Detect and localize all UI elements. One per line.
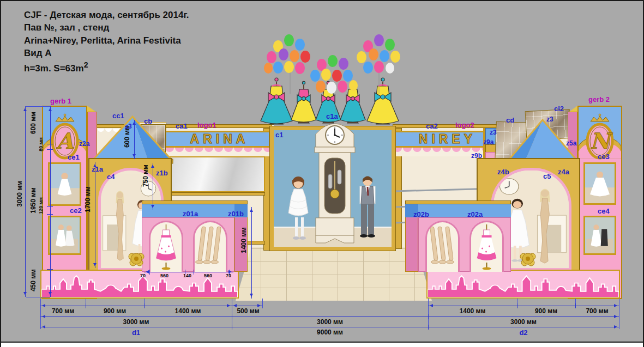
label-c5: c5 bbox=[543, 172, 551, 180]
label-ci2: ci2 bbox=[554, 105, 564, 113]
dim-line-mirror bbox=[153, 163, 153, 210]
label-ce2: ce2 bbox=[70, 206, 82, 215]
dim-3000-left: 3000 мм bbox=[40, 318, 232, 326]
dim-small-2: 560 bbox=[160, 273, 168, 278]
title-line-view: Вид А bbox=[24, 47, 189, 59]
label-c1a: c1a bbox=[326, 112, 338, 120]
dim-line-unit-small bbox=[144, 272, 233, 272]
dim-3000-right: 3000 мм bbox=[428, 318, 619, 326]
ce4-photo bbox=[583, 216, 616, 255]
z01-arch-legs bbox=[193, 221, 227, 272]
ce3-photo bbox=[583, 162, 616, 205]
dim-left-total: 3000 мм bbox=[16, 181, 23, 207]
z02-arch-dress bbox=[470, 221, 504, 272]
dim-center-height: 1400 мм bbox=[240, 227, 248, 253]
label-gerb2: gerb 2 bbox=[588, 95, 610, 104]
mini-dress-display bbox=[151, 222, 182, 270]
label-c4: c4 bbox=[107, 173, 115, 181]
arina-sign-text: ARINA bbox=[186, 132, 249, 147]
right-monogram-letter: N bbox=[590, 128, 613, 154]
dim-1400-right: 1400 мм bbox=[428, 307, 517, 315]
dim-d1-label: d1 bbox=[40, 328, 232, 337]
left-pyramid-roof bbox=[88, 113, 176, 165]
label-z3-mid: z3 bbox=[490, 129, 497, 136]
dim-line-pyramid bbox=[134, 120, 135, 159]
nirey-sign-text: NIREY bbox=[415, 132, 476, 147]
dim-3000-center: 3000 мм bbox=[232, 318, 428, 326]
label-logo1: logo1 bbox=[197, 121, 216, 129]
gold-rose-left bbox=[125, 247, 147, 270]
mini-dress-display-2 bbox=[471, 222, 502, 270]
label-z01a: z01a bbox=[183, 210, 198, 218]
title-line-brands: Arina+Nirey, Perlitta, Arina Festivita bbox=[24, 34, 189, 47]
label-ce1: ce1 bbox=[68, 153, 80, 161]
dim-recess: 500 мм bbox=[232, 307, 264, 315]
dim-9000-total: 9000 мм bbox=[232, 328, 428, 336]
dim-left-gap-mid: 120 мм bbox=[38, 197, 44, 214]
dim-row1-right bbox=[428, 306, 619, 306]
ce1-photo bbox=[48, 162, 81, 206]
dim-left-gap-top: 80 мм bbox=[38, 137, 44, 151]
label-z3-right: z3 bbox=[546, 115, 553, 123]
dim-small-4: 560 bbox=[204, 273, 212, 278]
dim-recess-line bbox=[232, 306, 262, 306]
label-z02b: z02b bbox=[413, 210, 429, 218]
mannequin-legs-display-2 bbox=[427, 222, 458, 270]
dim-left-base: 450 мм bbox=[29, 269, 37, 291]
z01-gold-cap bbox=[142, 200, 248, 204]
label-logo2: logo2 bbox=[455, 121, 474, 129]
z02-blue-band bbox=[418, 204, 511, 218]
dim-line-center-height bbox=[251, 207, 252, 299]
label-c1: c1 bbox=[275, 131, 283, 139]
label-z1a: z1a bbox=[92, 165, 103, 173]
dim-arch-height: 1700 мм bbox=[84, 186, 92, 212]
left-mirror-panel bbox=[167, 156, 265, 192]
label-ca1: ca1 bbox=[176, 122, 188, 130]
dim-row2 bbox=[40, 316, 619, 317]
drawing-title-block: CJF - Детская мода, сентябрь 2014г. Пав … bbox=[24, 9, 189, 75]
castle-silhouette-right bbox=[428, 271, 619, 297]
label-z01b: z01b bbox=[228, 210, 244, 218]
nirey-sign: NIREY bbox=[393, 131, 498, 148]
label-z5a: z5a bbox=[566, 139, 576, 147]
z01-arch-dress bbox=[149, 221, 183, 272]
dim-small-5: 70 bbox=[226, 273, 231, 278]
booth-elevation-drawing: CJF - Детская мода, сентябрь 2014г. Пав … bbox=[0, 0, 644, 347]
label-ce4: ce4 bbox=[598, 207, 610, 215]
label-cd: cd bbox=[506, 116, 514, 124]
right-scalloped-awning bbox=[393, 148, 498, 156]
title-line-project: CJF - Детская мода, сентябрь 2014г. bbox=[24, 9, 189, 21]
left-scalloped-awning bbox=[165, 148, 270, 156]
dim-line-left-segments bbox=[50, 106, 51, 297]
label-z9b: z9b bbox=[471, 152, 482, 160]
dim-mirror-height: 750 мм bbox=[142, 165, 149, 187]
mirror-bottom-rail bbox=[167, 192, 265, 196]
arina-sign: ARINA bbox=[165, 131, 270, 148]
tiled-floor bbox=[236, 247, 432, 301]
dim-row3-total bbox=[40, 327, 619, 327]
label-cb: cb bbox=[144, 117, 152, 125]
page-bottom-margin bbox=[1, 343, 643, 347]
dim-small-3: 140 bbox=[183, 273, 191, 278]
label-z9a: z9a bbox=[483, 138, 493, 146]
label-z2a: z2a bbox=[79, 140, 89, 148]
label-cc1: cc1 bbox=[112, 112, 124, 120]
label-gerb1: gerb 1 bbox=[50, 97, 71, 105]
label-z3-left: z3 bbox=[125, 123, 132, 130]
label-z4b: z4b bbox=[497, 168, 509, 176]
dim-line-left-total bbox=[25, 106, 26, 297]
title-line-area: h=3m. S=63m2 bbox=[24, 60, 189, 75]
label-z4a: z4a bbox=[558, 168, 569, 176]
gold-rose-right bbox=[517, 247, 539, 270]
dim-left-top: 600 мм bbox=[29, 112, 37, 134]
dim-1400-left: 1400 мм bbox=[144, 307, 232, 315]
dim-700-left: 700 мм bbox=[40, 307, 86, 315]
z02-arch-legs bbox=[425, 221, 460, 272]
z02-gold-cap bbox=[405, 200, 511, 204]
label-z1b: z1b bbox=[156, 169, 168, 177]
label-z02a: z02a bbox=[467, 210, 483, 218]
label-ca2: ca2 bbox=[426, 122, 438, 130]
dim-small-1: 70 bbox=[140, 273, 146, 278]
dim-d2-label: d2 bbox=[428, 328, 619, 337]
ce2-photo bbox=[48, 216, 81, 255]
